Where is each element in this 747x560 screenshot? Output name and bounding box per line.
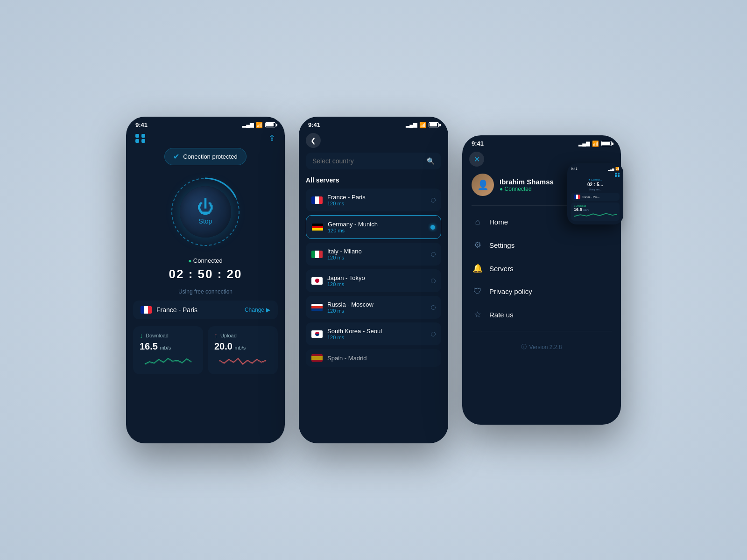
upload-label: Upload bbox=[220, 333, 237, 338]
flag-france-2 bbox=[311, 196, 323, 204]
connected-text: Connected bbox=[193, 257, 223, 264]
grid-dot bbox=[135, 134, 139, 138]
download-arrow-icon: ↓ bbox=[140, 332, 143, 339]
status-bar-3: 9:41 ▂▄▆ 📶 bbox=[462, 135, 621, 149]
flag-germany bbox=[312, 224, 323, 231]
server-item-russia[interactable]: Russia - Moscow 120 ms bbox=[306, 296, 441, 319]
privacy-label: Privacy policy bbox=[489, 287, 532, 295]
upload-unit: mb/s bbox=[234, 345, 246, 350]
signal-icon-3: ▂▄▆ bbox=[578, 140, 590, 147]
upload-arrow-icon: ↑ bbox=[214, 332, 218, 339]
inset-server-text: France - Par... bbox=[582, 196, 599, 198]
grid-menu-icon[interactable] bbox=[135, 134, 146, 143]
status-icons-3: ▂▄▆ 📶 bbox=[578, 140, 612, 147]
japan-ms: 120 ms bbox=[327, 281, 431, 287]
germany-ms: 120 ms bbox=[328, 228, 430, 233]
inset-wave-svg bbox=[574, 212, 617, 219]
signal-icon-1: ▂▄▆ bbox=[242, 122, 254, 128]
server-left: France - Paris bbox=[141, 306, 197, 314]
skorea-ms: 120 ms bbox=[327, 335, 431, 340]
menu-item-privacy[interactable]: 🛡 Privacy policy bbox=[467, 280, 616, 303]
user-name: Ibrahim Shamss bbox=[500, 178, 554, 186]
inset-phone: 9:41 ▂▄▆ 📶 ● Conect... 02 : 5... Using f… bbox=[567, 163, 623, 224]
settings-icon: ⚙ bbox=[472, 240, 483, 250]
search-bar[interactable]: 🔍 bbox=[306, 153, 441, 169]
russia-selector bbox=[431, 305, 436, 310]
server-item-france[interactable]: France - Paris 120 ms bbox=[306, 189, 441, 211]
change-label: Change bbox=[245, 307, 264, 313]
phone-main: 9:41 ▂▄▆ 📶 ⇪ ✔ Conection protected bbox=[126, 117, 285, 443]
inset-dl-val: 16.5 bbox=[574, 207, 582, 212]
download-header: ↓ Download bbox=[140, 332, 197, 339]
flag-italy bbox=[311, 251, 323, 258]
germany-selector bbox=[430, 225, 435, 230]
server-list: France - Paris 120 ms Germany - Munich 1… bbox=[299, 189, 448, 367]
version-text: ⓘ Version 2.2.8 bbox=[462, 336, 621, 358]
inset-free: Using free... bbox=[571, 188, 620, 191]
stats-row: ↓ Download 16.5 mb/s ↑ Upload 20.0 mb/ bbox=[126, 326, 285, 374]
status-bar-2: 9:41 ▂▄▆ 📶 bbox=[299, 117, 448, 131]
server-item-spain[interactable]: Spain - Madrid bbox=[306, 349, 441, 367]
japan-info: Japan - Tokyo 120 ms bbox=[327, 274, 431, 287]
france-info: France - Paris 120 ms bbox=[327, 194, 431, 206]
close-menu-button[interactable]: ✕ bbox=[469, 152, 484, 167]
russia-ms: 120 ms bbox=[327, 308, 431, 314]
server-item-italy[interactable]: Italy - Milano 120 ms bbox=[306, 243, 441, 266]
user-status-text: Connected bbox=[505, 186, 532, 192]
change-server-link[interactable]: Change ▶ bbox=[245, 307, 270, 313]
server-item-skorea[interactable]: South Korea - Seoul 120 ms bbox=[306, 322, 441, 345]
current-server-name: France - Paris bbox=[156, 306, 197, 314]
connection-badge-text: Conection protected bbox=[183, 153, 237, 160]
user-status: ● Connected bbox=[500, 186, 554, 192]
inset-grid-icon bbox=[615, 173, 620, 177]
france-city: France - Paris bbox=[327, 194, 431, 201]
inset-time: 9:41 bbox=[571, 167, 578, 171]
inset-flag-france bbox=[574, 195, 580, 199]
inset-status: 9:41 ▂▄▆ 📶 bbox=[571, 167, 620, 171]
download-label: Download bbox=[146, 333, 169, 338]
back-arrow-icon: ❮ bbox=[310, 137, 316, 144]
wifi-icon-2: 📶 bbox=[419, 122, 426, 128]
download-value-row: 16.5 mb/s bbox=[140, 341, 197, 352]
search-input[interactable] bbox=[312, 157, 423, 165]
menu-item-rate[interactable]: ☆ Rate us bbox=[467, 303, 616, 326]
home-label: Home bbox=[489, 218, 508, 226]
menu-item-servers[interactable]: 🔔 Servers bbox=[467, 257, 616, 280]
france-flag bbox=[141, 306, 152, 314]
battery-icon-1 bbox=[265, 122, 275, 127]
time-3: 9:41 bbox=[472, 140, 484, 147]
menu-item-settings[interactable]: ⚙ Settings bbox=[467, 233, 616, 257]
toolbar-1: ⇪ bbox=[126, 131, 285, 148]
stop-label: Stop bbox=[199, 217, 212, 225]
flag-spain bbox=[311, 354, 323, 362]
inset-download: ↓ Download 16.5 mb/s bbox=[571, 203, 620, 221]
italy-city: Italy - Milano bbox=[327, 248, 431, 255]
status-dot: ● bbox=[500, 186, 505, 192]
inset-server-row: France - Par... bbox=[571, 193, 620, 201]
france-ms: 120 ms bbox=[327, 201, 431, 206]
download-value: 16.5 bbox=[140, 341, 158, 351]
back-button[interactable]: ❮ bbox=[306, 133, 321, 148]
wifi-icon-1: 📶 bbox=[256, 122, 263, 128]
user-avatar: 👤 bbox=[472, 174, 494, 196]
server-item-japan[interactable]: Japan - Tokyo 120 ms bbox=[306, 269, 441, 292]
japan-city: Japan - Tokyo bbox=[327, 274, 431, 281]
upload-value: 20.0 bbox=[214, 341, 233, 351]
download-wave-svg bbox=[140, 355, 197, 369]
privacy-icon: 🛡 bbox=[472, 287, 483, 296]
inset-timer: 02 : 5... bbox=[571, 182, 620, 187]
upload-wave-svg bbox=[214, 355, 271, 369]
rate-icon: ☆ bbox=[472, 309, 483, 320]
shield-icon: ✔ bbox=[173, 152, 179, 161]
home-icon: ⌂ bbox=[472, 217, 483, 227]
stop-button[interactable]: ⏻ Stop bbox=[180, 186, 231, 238]
inset-download-value: 16.5 mb/s bbox=[574, 207, 617, 212]
japan-selector bbox=[431, 279, 436, 283]
skorea-city: South Korea - Seoul bbox=[327, 328, 431, 335]
power-icon: ⏻ bbox=[197, 199, 214, 216]
close-icon: ✕ bbox=[474, 155, 480, 164]
upload-header: ↑ Upload bbox=[214, 332, 271, 339]
share-icon[interactable]: ⇪ bbox=[268, 133, 275, 143]
server-item-germany[interactable]: Germany - Munich 120 ms bbox=[306, 215, 441, 239]
flag-skorea bbox=[311, 330, 323, 338]
